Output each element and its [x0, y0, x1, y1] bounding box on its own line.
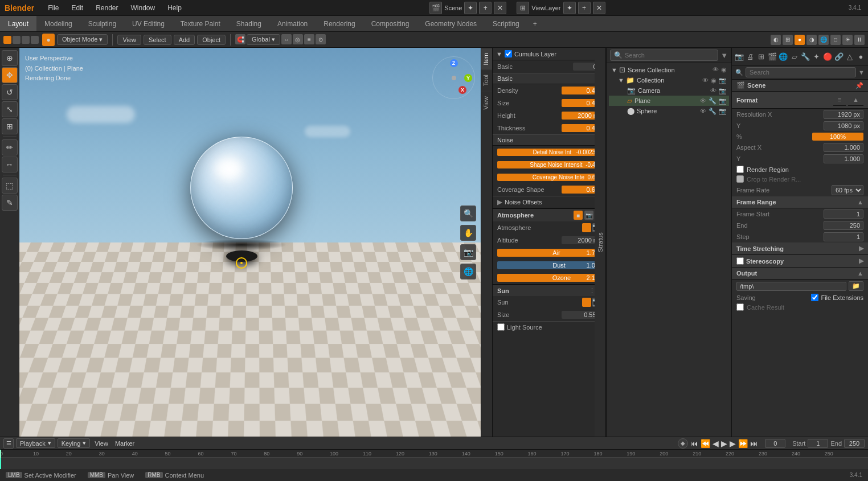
tab-compositing[interactable]: Compositing [363, 16, 417, 31]
stratus-tab[interactable]: Stratus [595, 48, 606, 437]
tab-shading[interactable]: Shading [228, 16, 269, 31]
delete-scene-btn[interactable]: ✕ [494, 2, 506, 14]
delete-view-layer-btn[interactable]: ✕ [593, 2, 605, 14]
time-stretching-header[interactable]: Time Stretching ▶ [732, 242, 868, 255]
format-section-header[interactable]: Format ≡ ▲ [732, 92, 868, 109]
aspect-y-value[interactable]: 1.000 [824, 154, 863, 163]
tab-uv-editing[interactable]: UV Editing [124, 16, 173, 31]
cumulus-expand-arrow[interactable]: ▼ [496, 51, 502, 57]
scene-icon-btn[interactable]: ✦ [464, 2, 477, 14]
shading-solid-btn[interactable]: ● [795, 35, 805, 45]
tab-geometry-nodes[interactable]: Geometry Nodes [417, 16, 485, 31]
zoom-in-btn[interactable]: 🔍 [460, 205, 476, 221]
viewport-shading-btn-4[interactable] [31, 36, 39, 44]
viewport-shading-btn-1[interactable] [3, 36, 11, 44]
view-layer-props-icon[interactable]: ⊞ [756, 49, 766, 64]
annotate-tool[interactable]: ✏ [2, 139, 18, 155]
tab-layout[interactable]: Layout [0, 16, 36, 31]
timeline-menu-btn[interactable]: ☰ [3, 438, 14, 449]
output-props-icon[interactable]: 🖨 [745, 49, 755, 64]
scene-selector[interactable]: 🎬 [429, 2, 442, 14]
prev-frame-btn[interactable]: ⏪ [701, 439, 710, 448]
sphere-item[interactable]: ⬤ Sphere 👁 🔧 📷 [609, 106, 729, 116]
tab-animation[interactable]: Animation [269, 16, 316, 31]
output-section-header[interactable]: Output ▲ [732, 268, 868, 279]
camera-render[interactable]: 📷 [719, 87, 727, 94]
jump-end-btn[interactable]: ⏭ [750, 439, 758, 448]
cache-result-checkbox[interactable] [736, 303, 744, 311]
tool-tab[interactable]: Tool [481, 69, 492, 91]
new-scene-btn[interactable]: + [479, 2, 492, 14]
prev-keyframe-btn[interactable]: ◀ [713, 439, 719, 448]
studio-lights-btn[interactable]: ☀ [842, 35, 853, 45]
viewport-shading-btn-2[interactable] [13, 36, 21, 44]
plane-visibility[interactable]: 👁 [700, 97, 706, 105]
menu-file[interactable]: File [43, 3, 63, 13]
render-search-input[interactable] [746, 67, 856, 77]
detail-noise-value[interactable]: Detail Noise Int -0.00238 [497, 149, 601, 156]
menu-render[interactable]: Render [91, 3, 122, 13]
outliner-search-input[interactable] [625, 52, 714, 59]
add-grease-tool[interactable]: ✎ [2, 195, 18, 211]
rotate-tool[interactable]: ↺ [2, 84, 18, 100]
menu-help[interactable]: Help [163, 3, 186, 13]
atmosphere-icon-1[interactable] [582, 223, 591, 232]
plane-item[interactable]: ▱ Plane 👁 🔧 📷 [609, 96, 729, 106]
stereoscopy-header[interactable]: Stereoscopy ▶ [732, 255, 868, 268]
noise-offsets-header[interactable]: ▶ Noise Offsets [493, 196, 606, 208]
view-tab[interactable]: View [481, 91, 492, 114]
percentage-value[interactable]: 100% [812, 133, 863, 141]
shading-material-btn[interactable]: ◑ [806, 35, 817, 45]
timeline-marker-menu[interactable]: Marker [113, 439, 137, 447]
render-pin-btn[interactable]: 📌 [855, 82, 863, 89]
modifier-props-icon[interactable]: 🔧 [801, 49, 810, 64]
viewport[interactable]: User Perspective (0) Collection | Plane … [19, 48, 492, 437]
add-workspace-btn[interactable]: + [527, 18, 543, 30]
saving-checkbox[interactable] [811, 294, 818, 301]
viewport-shading-btn-3[interactable] [22, 36, 30, 44]
camera-view-btn[interactable]: 📷 [460, 244, 476, 260]
atmosphere-camera-btn[interactable]: 📷 [584, 211, 593, 220]
collection-visibility[interactable]: 👁 [702, 77, 709, 84]
transform-icon[interactable]: ↔ [281, 34, 292, 44]
start-frame-input[interactable] [808, 439, 828, 448]
select-menu[interactable]: Select [144, 35, 171, 45]
snap-icon[interactable]: 🧲 [235, 34, 245, 44]
keying-dropdown[interactable]: Keying ▾ [58, 438, 91, 448]
render-props-icon[interactable]: 📷 [734, 49, 744, 64]
timeline-track[interactable] [0, 458, 868, 469]
end-value[interactable]: 250 [824, 221, 863, 230]
view-layer-icon[interactable]: ✦ [563, 2, 576, 14]
scene-collection-select[interactable]: ◉ [721, 66, 727, 73]
resolution-y-value[interactable]: 1080 px [824, 121, 863, 130]
measure-tool[interactable]: ↔ [2, 157, 18, 172]
light-source-checkbox[interactable] [497, 323, 505, 331]
scene-collection-visibility[interactable]: 👁 [713, 66, 719, 73]
particles-props-icon[interactable]: ✦ [812, 49, 821, 64]
jump-start-btn[interactable]: ⏮ [690, 439, 698, 448]
object-mode-dropdown[interactable]: Object Mode ▾ [57, 34, 108, 45]
frame-rate-select[interactable]: 60 fps 30 fps 24 fps [832, 185, 863, 195]
resolution-x-value[interactable]: 1920 px [824, 110, 863, 119]
proportional-icon[interactable]: ◎ [293, 34, 303, 44]
transform-tool[interactable]: ⊞ [2, 118, 18, 134]
object-menu[interactable]: Object [197, 35, 226, 45]
tab-scripting[interactable]: Scripting [485, 16, 527, 31]
shape-noise-value[interactable]: Shape Noise Intensit -0.46 [497, 161, 601, 168]
add-cube-tool[interactable]: ⬚ [2, 178, 18, 194]
data-props-icon[interactable]: △ [845, 49, 854, 64]
frame-start-value[interactable]: 1 [824, 209, 863, 219]
xray-btn[interactable]: ⊞ [783, 35, 793, 45]
timeline-view-menu[interactable]: View [92, 439, 110, 447]
add-menu[interactable]: Add [174, 35, 195, 45]
stereoscopy-checkbox[interactable] [736, 257, 744, 265]
next-frame-btn[interactable]: ⏩ [738, 439, 748, 448]
camera-item[interactable]: 📷 Camera 👁 📷 [609, 85, 729, 96]
dust-field[interactable]: Dust 1.00 [497, 261, 601, 269]
new-view-layer-btn[interactable]: + [578, 2, 591, 14]
scene-props-icon[interactable]: 🎬 [767, 49, 777, 64]
current-frame-input[interactable] [765, 439, 785, 448]
constraints-props-icon[interactable]: 🔗 [834, 49, 844, 64]
world-props-icon[interactable]: 🌐 [779, 49, 788, 64]
pause-btn[interactable]: ⏸ [854, 35, 865, 45]
